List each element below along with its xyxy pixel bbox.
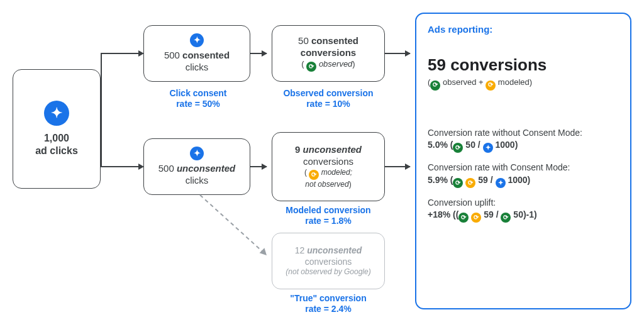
ghost-count: 12: [295, 245, 305, 255]
metric-uplift: Conversion uplift: +18% ((⟳ ⟳ 59 / ⟳ 50)…: [428, 197, 537, 223]
ad-clicks-label: ad clicks: [35, 145, 78, 156]
box-ad-clicks: ✦ 1,000 ad clicks: [13, 69, 101, 189]
unconsented-conv-label: conversions: [303, 156, 353, 168]
svg-marker-6: [260, 247, 269, 255]
arrow-dashed: [200, 195, 275, 264]
label-observed-rate: Observed conversionrate = 10%: [272, 88, 385, 109]
observed-icon: ⟳: [453, 143, 463, 153]
consented-conv-note: observed: [319, 59, 352, 69]
arrow: [385, 166, 410, 167]
consented-conv-count: 50: [298, 35, 309, 46]
metric-without-consent: Conversion rate without Consent Mode: 5.…: [428, 127, 582, 153]
arrow: [250, 166, 267, 167]
report-subtitle: (⟳ observed + ⟳ modeled): [428, 77, 532, 90]
unconsented-conv-note2: not observed: [305, 180, 348, 189]
ghost-word: unconsented: [307, 245, 362, 255]
click-icon: ✦: [190, 147, 204, 160]
diagram-canvas: ✦ 1,000 ad clicks ✦ 500 consented clicks…: [0, 0, 644, 322]
observed-icon: ⟳: [306, 62, 316, 72]
consented-conv-label: conversions: [301, 47, 356, 58]
box-consented-clicks: ✦ 500 consented clicks: [143, 25, 250, 82]
unconsented-conv-note1: modeled;: [321, 168, 352, 177]
arrow-stem: [101, 53, 103, 167]
box-unconsented-conversions: 9 unconsented conversions ( ⟳ modeled; n…: [272, 132, 385, 201]
label-true-rate: "True" conversionrate = 2.4%: [272, 293, 385, 314]
observed-icon: ⟳: [458, 213, 469, 223]
ad-clicks-count: 1,000: [44, 133, 69, 143]
unconsented-conv-word: unconsented: [303, 144, 362, 155]
modeled-icon: ⟳: [471, 213, 481, 223]
modeled-icon: ⟳: [465, 178, 475, 188]
unconsented-conv-count: 9: [295, 144, 300, 155]
arrow: [385, 53, 410, 54]
observed-icon: ⟳: [453, 178, 463, 188]
box-consented-conversions: 50 consented conversions ( ⟳ observed): [272, 25, 385, 82]
click-icon: ✦: [483, 143, 493, 153]
unconsented-count: 500: [158, 163, 174, 174]
box-unconsented-clicks: ✦ 500 unconsented clicks: [143, 138, 250, 195]
consented-word: consented: [182, 50, 230, 60]
unconsented-word: unconsented: [177, 163, 235, 174]
ghost-label: conversions: [305, 257, 352, 268]
svg-line-5: [200, 195, 267, 255]
consented-conv-word: consented: [311, 35, 358, 46]
metric-with-consent: Conversion rate with Consent Mode: 5.9% …: [428, 162, 570, 188]
label-modeled-rate: Modeled conversionrate = 1.8%: [272, 205, 385, 226]
consented-count: 500: [164, 50, 180, 60]
report-headline: 59 conversions: [428, 55, 547, 75]
click-icon: ✦: [44, 101, 69, 126]
modeled-icon: ⟳: [309, 170, 319, 180]
box-true-unconsented: 12 unconsented conversions (not observed…: [272, 233, 385, 289]
observed-icon: ⟳: [430, 80, 440, 91]
label-click-consent-rate: Click consentrate = 50%: [151, 88, 245, 109]
modeled-icon: ⟳: [486, 80, 496, 91]
unconsented-label: clicks: [186, 175, 209, 187]
ghost-note: (not observed by Google): [286, 267, 370, 276]
arrow: [250, 53, 267, 54]
arrow: [101, 166, 145, 167]
observed-icon: ⟳: [501, 213, 511, 223]
panel-ads-reporting: Ads reporting: 59 conversions (⟳ observe…: [415, 13, 631, 309]
consented-label: clicks: [186, 62, 209, 74]
click-icon: ✦: [190, 33, 204, 47]
report-title: Ads reporting:: [428, 24, 492, 36]
click-icon: ✦: [496, 178, 506, 188]
arrow: [101, 53, 145, 54]
